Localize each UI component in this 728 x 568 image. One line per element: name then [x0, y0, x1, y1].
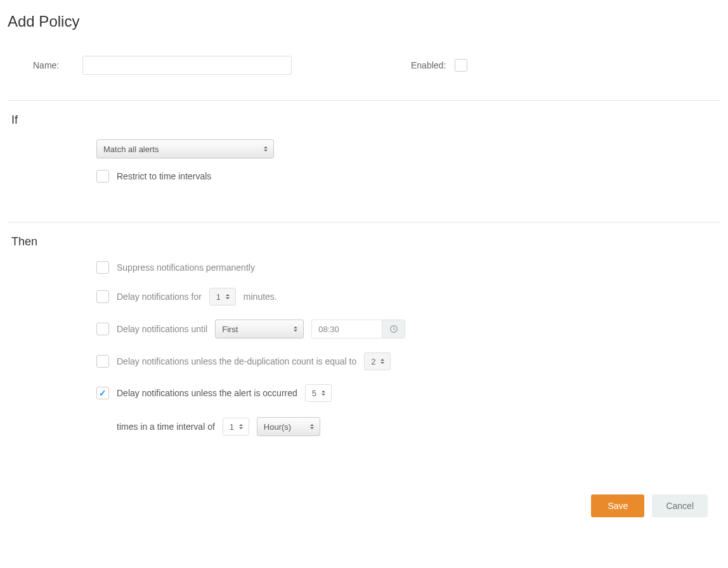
delay-for-minutes-value: 1 — [216, 292, 221, 302]
dedup-checkbox[interactable] — [96, 355, 109, 368]
occurrence-label-mid: times in a time interval of — [117, 422, 215, 432]
chevron-updown-icon — [321, 389, 326, 397]
occurrence-times-stepper[interactable]: 5 — [305, 384, 332, 402]
delay-until-time-input[interactable] — [312, 320, 382, 338]
then-section: Then Suppress notifications permanently … — [8, 229, 720, 469]
delay-for-row: Delay notifications for 1 minutes. — [96, 288, 720, 306]
header-section: Name: Enabled: — [8, 49, 720, 94]
divider — [8, 222, 720, 223]
occurrence-checkbox[interactable] — [96, 387, 109, 399]
delay-for-checkbox[interactable] — [96, 290, 109, 303]
dedup-row: Delay notifications unless the de-duplic… — [96, 352, 720, 370]
occurrence-interval-stepper[interactable]: 1 — [223, 418, 249, 436]
occurrence-times-value: 5 — [312, 389, 316, 398]
suppress-checkbox[interactable] — [96, 261, 109, 274]
delay-for-minutes-stepper[interactable]: 1 — [209, 288, 236, 306]
occurrence-unit-select[interactable]: Hour(s) — [257, 417, 320, 436]
match-mode-value: Match all alerts — [103, 145, 159, 154]
delay-until-row: Delay notifications until First — [96, 320, 720, 339]
page-title: Add Policy — [8, 13, 720, 30]
dedup-count-stepper[interactable]: 2 — [364, 352, 391, 370]
delay-until-label: Delay notifications until — [117, 324, 207, 334]
chevron-updown-icon — [225, 292, 230, 301]
restrict-time-checkbox[interactable] — [96, 170, 109, 183]
then-heading: Then — [11, 235, 720, 248]
name-input[interactable] — [82, 56, 292, 75]
cancel-button[interactable]: Cancel — [652, 494, 708, 517]
dedup-label: Delay notifications unless the de-duplic… — [117, 356, 356, 366]
match-mode-select[interactable]: Match all alerts — [96, 139, 274, 158]
delay-until-when-select[interactable]: First — [215, 320, 304, 339]
time-picker-button[interactable] — [382, 320, 405, 338]
clock-icon — [389, 325, 398, 333]
chevron-updown-icon — [380, 357, 385, 366]
chevron-updown-icon — [309, 422, 315, 431]
delay-until-time-wrap — [311, 320, 405, 339]
restrict-time-label: Restrict to time intervals — [117, 171, 211, 181]
button-row: Save Cancel — [8, 494, 720, 517]
occurrence-unit-value: Hour(s) — [264, 422, 291, 432]
divider — [8, 100, 720, 101]
delay-until-when-value: First — [222, 325, 238, 334]
suppress-label: Suppress notifications permanently — [117, 262, 255, 273]
enabled-checkbox[interactable] — [455, 59, 467, 72]
delay-for-label-pre: Delay notifications for — [117, 292, 202, 302]
chevron-updown-icon — [293, 325, 298, 333]
suppress-row: Suppress notifications permanently — [96, 261, 720, 274]
enabled-label: Enabled: — [411, 60, 446, 70]
chevron-updown-icon — [263, 145, 268, 153]
occurrence-label-pre: Delay notifications unless the alert is … — [117, 388, 297, 398]
if-section: If Match all alerts Restrict to time int… — [8, 107, 720, 216]
name-label: Name: — [33, 60, 71, 70]
occurrence-row: Delay notifications unless the alert is … — [96, 384, 720, 436]
occurrence-interval-value: 1 — [230, 422, 234, 432]
delay-for-label-post: minutes. — [244, 292, 277, 302]
delay-until-checkbox[interactable] — [96, 323, 109, 335]
dedup-count-value: 2 — [371, 357, 375, 366]
chevron-updown-icon — [238, 422, 244, 431]
save-button[interactable]: Save — [591, 494, 644, 517]
if-heading: If — [11, 113, 720, 127]
